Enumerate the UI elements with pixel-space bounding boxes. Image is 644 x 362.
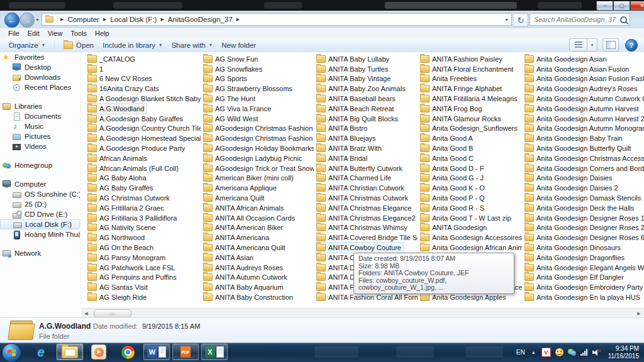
refresh-button[interactable]: ↻ — [514, 13, 528, 27]
breadcrumb-segment[interactable]: Local Disk (F:) ▶ — [110, 16, 168, 23]
minimize-button[interactable]: – — [596, 1, 613, 11]
sidebar-item[interactable]: Desktop — [0, 62, 80, 72]
smiley-tray-icon[interactable] — [555, 348, 564, 356]
file-item[interactable]: ANITA Fringe Alphabet — [419, 84, 504, 94]
address-dropdown-icon[interactable]: ▼ — [504, 18, 509, 22]
sidebar-item[interactable]: CD Drive (E:) — [0, 209, 80, 219]
file-item[interactable]: Anita Good P - Q — [419, 193, 487, 203]
file-item[interactable]: Anita Goodesign Corners and Borders — [523, 163, 644, 173]
file-item[interactable]: ANITA African Animals — [202, 203, 286, 213]
scroll-right-arrow[interactable]: ▶ — [634, 309, 644, 318]
file-item[interactable]: Anita Goodesign Butterfly Quilt — [523, 143, 633, 153]
file-item[interactable]: ANITA Baby Turtles — [315, 64, 391, 74]
file-item[interactable]: ANITA Butterfly Cutwork — [315, 163, 405, 173]
file-item[interactable]: AGoodesign Ladybug Picnic — [202, 153, 304, 163]
file-item[interactable]: Anita Goodesign Designer Roses 2 — [523, 223, 644, 233]
file-item[interactable]: AG Baby Aloha — [86, 173, 149, 184]
include-in-library-button[interactable]: Include in library▼ — [103, 41, 162, 49]
file-item[interactable]: Anita Goodesign Dinosaurs — [523, 243, 623, 253]
sidebar-item[interactable]: Videos — [0, 141, 80, 151]
file-item[interactable]: AGoodesign Trick or Treat Snowmen — [202, 163, 314, 173]
file-item[interactable]: Anita Goodesign Embroidery Party — [523, 282, 644, 292]
file-item[interactable]: Anita Goodesign Autumn Harvest — [523, 104, 641, 114]
file-item[interactable]: ANITA Fritillaria 4 Meleagris — [419, 94, 520, 104]
file-item[interactable]: AG Patchwork Lace FSL — [86, 263, 177, 273]
breadcrumb[interactable]: ▶ Computer ▶ Local Disk (F:) ▶ AnitaGooD… — [42, 13, 512, 26]
breadcrumb-segment[interactable]: AnitaGooDesign_37 ▶ — [168, 16, 243, 23]
file-item[interactable]: ANITA Bluejays — [315, 133, 379, 143]
scrollbar-thumb[interactable]: ||| — [94, 309, 131, 318]
new-folder-button[interactable]: New folder — [221, 41, 256, 49]
file-item[interactable]: Anita Goodesign Audrey's Roses — [523, 84, 640, 94]
file-item[interactable]: ANITA Asian — [202, 253, 256, 263]
file-item[interactable]: _CATALOG — [86, 54, 138, 64]
file-item[interactable]: Anita Goodesign Elf Dangler — [523, 273, 626, 283]
file-item[interactable]: African Animals — [86, 153, 150, 163]
taskbar-mediaplayer-button[interactable] — [86, 344, 112, 360]
file-item[interactable]: Anita Goodesign Autumn Cutwork Collectio… — [523, 94, 644, 104]
search-box[interactable] — [530, 13, 630, 26]
file-item[interactable]: ANITA All Occasion Cards — [202, 213, 297, 223]
file-item[interactable]: A.Goodesign Homestead Special Edition — [86, 133, 201, 143]
file-item[interactable]: ANITA Beach Retreat — [315, 104, 396, 114]
file-item[interactable]: Anita Good C — [419, 153, 476, 163]
taskbar-word-button[interactable]: W — [143, 344, 170, 360]
scroll-left-arrow[interactable]: ◀ — [81, 309, 91, 318]
breadcrumb-segment[interactable]: Computer ▶ — [67, 16, 110, 23]
file-item[interactable]: Anita Goodesign Autumn Harvest 2 — [523, 114, 644, 124]
menu-item[interactable]: File — [8, 30, 19, 37]
file-item[interactable]: AGoodesign Christmas Fashion 2 T — [202, 133, 314, 143]
help-button[interactable]: ? — [625, 39, 638, 52]
preview-pane-button[interactable] — [602, 38, 619, 52]
file-item[interactable]: ANITA Christmas Elegance2 — [315, 213, 418, 223]
file-item[interactable]: Anita Good B — [419, 143, 475, 153]
sidebar-item[interactable]: Homegroup — [0, 160, 80, 170]
sidebar-item[interactable]: Local Disk (F:) — [0, 219, 80, 229]
file-item[interactable]: A Goodesign Blanket Stitch Baby Quilt — [86, 94, 201, 104]
file-item[interactable]: ANITA Covered Bridge Tile Scene — [315, 233, 418, 243]
sidebar-item[interactable]: 25 (D:) — [0, 199, 80, 209]
file-item[interactable]: Anita Goodesign Asian Fusion — [523, 64, 631, 74]
horizontal-scrollbar[interactable]: ◀ ||| ▶ — [81, 308, 644, 318]
sidebar-item[interactable]: Documents — [0, 111, 80, 121]
file-item[interactable]: AG Fritillaria 2 Graec — [86, 203, 167, 213]
menu-item[interactable]: Help — [95, 30, 109, 37]
file-item[interactable]: African Animals (Full Coll) — [86, 163, 181, 173]
file-item[interactable]: AG Wild West — [202, 114, 260, 124]
change-view-dropdown[interactable]: ▼ — [587, 38, 597, 52]
sidebar-item[interactable]: OS Sunshine (C:) — [0, 189, 80, 199]
file-item[interactable]: Anita Good T - W Last zip — [419, 213, 514, 223]
file-item[interactable]: AG On the Beach — [86, 243, 156, 253]
volume-muted-icon[interactable]: ✕ — [592, 348, 601, 356]
file-item[interactable]: ANITA Frog Bog — [419, 104, 484, 114]
sidebar-item[interactable]: Favorites — [0, 52, 80, 62]
file-item[interactable]: Anita Goodesign Autumn Monogram — [523, 124, 644, 134]
file-item[interactable]: AG Christmas Cutwork — [86, 193, 172, 203]
file-item[interactable]: AG Penquins and Puffins — [86, 273, 179, 283]
taskbar-chrome-button[interactable] — [114, 344, 141, 360]
clock[interactable]: 9:34 PM 11/16/2015 — [608, 345, 639, 360]
file-item[interactable]: Anita Goodesign Asian Fusion Fashion — [523, 74, 644, 84]
file-item[interactable]: Anita Goodesign Accessoires PJs — [419, 233, 522, 243]
file-item[interactable]: AG The Hunt — [202, 94, 258, 104]
file-item[interactable]: 1 — [86, 64, 106, 74]
sidebar-item[interactable]: Pictures — [0, 131, 80, 141]
file-item[interactable]: Anita Good K - O — [419, 183, 487, 193]
sidebar-item[interactable]: Computer — [0, 179, 80, 189]
file-item[interactable]: ANITA Cowboy Couture — [315, 243, 404, 253]
file-item[interactable]: Anita Goodesign Designer Roses 6 new — [523, 233, 644, 243]
sidebar-item[interactable]: Recent Places — [0, 82, 80, 92]
file-item[interactable]: ANITA Glamour Rocks — [419, 114, 504, 124]
sync-tray-icon[interactable] — [568, 348, 576, 356]
file-item[interactable]: Anita Goodesign Daisies 2 — [523, 183, 621, 193]
menu-item[interactable]: View — [48, 30, 63, 37]
file-item[interactable]: Anita Good G - J — [419, 173, 486, 184]
start-button[interactable] — [2, 343, 21, 362]
nav-history-chevron-icon[interactable]: ▼ — [35, 18, 40, 22]
file-item[interactable]: AG Snow Fun — [202, 54, 260, 64]
file-item[interactable]: ANITA Americana Quilt — [202, 243, 288, 253]
change-view-button[interactable] — [569, 38, 587, 52]
file-item[interactable]: A.G.Woodland — [86, 104, 147, 114]
file-item[interactable]: AG Pansy Monogram — [86, 253, 168, 263]
file-item[interactable]: AG Snowflakes — [202, 64, 265, 74]
